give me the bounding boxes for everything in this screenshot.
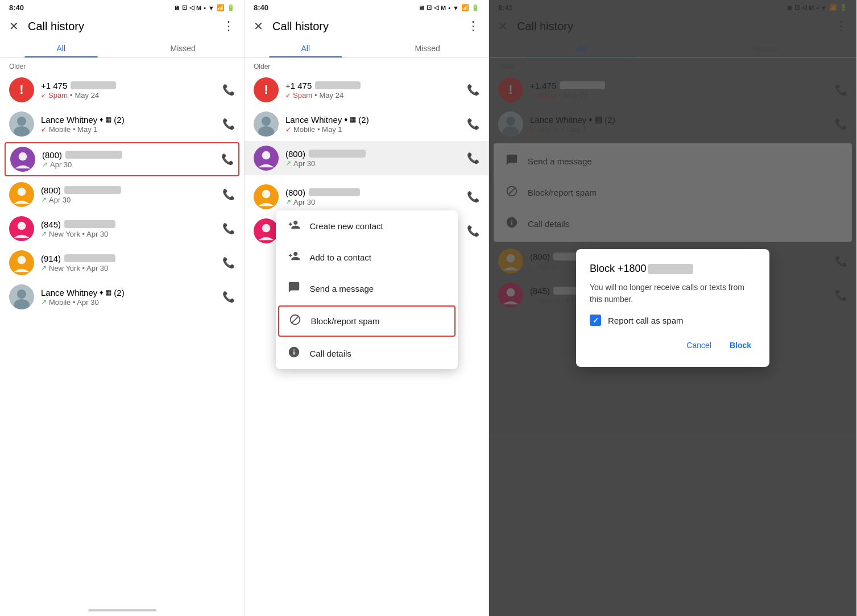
svg-point-6 xyxy=(18,256,26,264)
call-item-914[interactable]: (914) ↗ New York • Apr 30 📞 xyxy=(0,246,244,280)
date-spam1: May 24 xyxy=(75,91,100,100)
call-list-1: ! +1 475 ↙ Spam • May 24 📞 xyxy=(0,73,244,605)
call-phone-icon-spam1[interactable]: 📞 xyxy=(222,84,235,96)
panel-3: 8:41 🖥 ⊡ ◁ M • ▼ 📶 🔋 ✕ Call history ⋮ Al… xyxy=(489,0,857,616)
call-item-lance2[interactable]: Lance Whitney ♦ ▦ (2) ↗ Mobile • Apr 30 … xyxy=(0,280,244,314)
avatar-800-p2 xyxy=(254,146,279,171)
person-add-icon-1 xyxy=(287,218,301,234)
call-item-lance1[interactable]: Lance Whitney ♦ ▦ (2) ↙ Mobile • May 1 📞 xyxy=(0,107,244,141)
svg-point-14 xyxy=(262,190,271,199)
avatar-800-below xyxy=(254,184,279,209)
tab-all-1[interactable]: All xyxy=(0,38,122,57)
call-phone-icon-800-below[interactable]: 📞 xyxy=(467,191,479,203)
voicemail-icon-1: ▦ xyxy=(105,115,111,123)
call-name-845: (845) xyxy=(41,220,216,229)
call-item-845[interactable]: (845) ↗ New York • Apr 30 📞 xyxy=(0,212,244,246)
call-phone-icon-800-1[interactable]: 📞 xyxy=(221,153,234,166)
voicemail-icon-2: ▦ xyxy=(105,288,111,296)
menu-create-contact[interactable]: Create new contact xyxy=(276,210,458,242)
tab-all-2[interactable]: All xyxy=(245,38,367,57)
tabs-1: All Missed xyxy=(0,38,244,58)
more-menu-button-1[interactable]: ⋮ xyxy=(222,19,235,34)
call-phone-icon-845-below[interactable]: 📞 xyxy=(467,225,479,237)
call-phone-icon-845[interactable]: 📞 xyxy=(222,222,235,235)
diamond-icon-2: ♦ xyxy=(100,288,103,296)
call-item-800-2[interactable]: (800) ↗ Apr 30 📞 xyxy=(0,177,244,212)
avatar-800-2 xyxy=(9,182,34,207)
call-name-lance-p2: Lance Whitney ♦ ▦ (2) xyxy=(285,115,460,125)
call-item-800-below[interactable]: (800) ↗ Apr 30 📞 xyxy=(245,180,488,214)
wifi-icon-2: ▼ xyxy=(453,5,459,11)
info-icon xyxy=(287,346,301,361)
call-info-spam2: +1 475 ↙ Spam • May 24 xyxy=(285,81,460,100)
menu-call-details-label: Call details xyxy=(310,349,351,358)
menu-add-contact[interactable]: Add to a contact xyxy=(276,242,458,273)
number-blurred-800-2 xyxy=(64,186,121,194)
call-item-800-p2[interactable]: (800) ↗ Apr 30 📞 xyxy=(245,141,488,175)
number-blurred-800-1 xyxy=(65,151,122,159)
menu-send-message[interactable]: Send a message xyxy=(276,273,458,304)
more-menu-button-2[interactable]: ⋮ xyxy=(467,19,479,34)
tab-missed-2[interactable]: Missed xyxy=(367,38,489,57)
status-bar-1: 8:40 🖥 ⊡ ◁ M • ▼ 📶 🔋 xyxy=(0,0,244,14)
context-menu: Create new contact Add to a contact Send… xyxy=(276,210,458,369)
call-name-spam2: +1 475 xyxy=(285,81,460,90)
call-item-spam1[interactable]: ! +1 475 ↙ Spam • May 24 📞 xyxy=(0,73,244,107)
call-info-lance1: Lance Whitney ♦ ▦ (2) ↙ Mobile • May 1 xyxy=(41,115,216,134)
lance-name-p2: Lance Whitney xyxy=(285,115,342,125)
number-blurred-800-p2 xyxy=(309,150,366,158)
call-item-800-1[interactable]: (800) ↗ Apr 30 📞 xyxy=(5,142,239,176)
call-phone-icon-lance1[interactable]: 📞 xyxy=(222,118,235,130)
wifi-icon: ▼ xyxy=(208,5,214,11)
exclamation-icon-2: ! xyxy=(264,82,268,97)
call-info-800-1: (800) ↗ Apr 30 xyxy=(42,150,214,169)
outgoing-arrow-800-below: ↗ xyxy=(285,198,291,206)
avatar-800-1 xyxy=(10,147,35,172)
dialog-checkbox-row[interactable]: Report call as spam xyxy=(590,315,756,326)
close-button-1[interactable]: ✕ xyxy=(9,19,19,33)
outgoing-arrow-800-1: ↗ xyxy=(42,160,48,168)
call-item-lance-p2[interactable]: Lance Whitney ♦ ▦ (2) ↙ Mobile • May 1 📞 xyxy=(245,107,488,141)
block-button[interactable]: Block xyxy=(725,337,756,353)
svg-point-5 xyxy=(18,222,26,230)
call-phone-icon-lance-p2[interactable]: 📞 xyxy=(467,118,479,130)
avatar-914 xyxy=(9,250,34,275)
call-info-800-p2: (800) ↗ Apr 30 xyxy=(285,149,460,168)
block-number-blurred xyxy=(648,264,693,274)
call-info-845: (845) ↗ New York • Apr 30 xyxy=(41,220,216,238)
call-phone-icon-800-p2[interactable]: 📞 xyxy=(467,152,479,164)
svg-point-11 xyxy=(262,117,271,126)
voicemail-icon-p2: ▦ xyxy=(350,115,356,123)
block-icon xyxy=(288,313,302,329)
lance-name-1: Lance Whitney xyxy=(41,115,97,125)
dot-icon: • xyxy=(204,5,206,11)
spam-label-2: Spam xyxy=(293,91,312,100)
call-name-spam1: +1 475 xyxy=(41,81,216,90)
call-item-spam2[interactable]: ! +1 475 ↙ Spam • May 24 📞 xyxy=(245,73,488,107)
report-spam-checkbox[interactable] xyxy=(590,315,601,326)
tab-missed-1[interactable]: Missed xyxy=(122,38,245,57)
call-phone-icon-914[interactable]: 📞 xyxy=(222,257,235,269)
avatar-spam1: ! xyxy=(9,77,34,102)
notification-icon: 🖥 xyxy=(173,5,180,11)
call-detail-lance-p2: ↙ Mobile • May 1 xyxy=(285,125,460,134)
call-info-lance-p2: Lance Whitney ♦ ▦ (2) ↙ Mobile • May 1 xyxy=(285,115,460,134)
call-phone-icon-spam2[interactable]: 📞 xyxy=(467,84,479,96)
call-phone-icon-800-2[interactable]: 📞 xyxy=(222,188,235,201)
cancel-button[interactable]: Cancel xyxy=(682,337,716,353)
call-phone-icon-lance2[interactable]: 📞 xyxy=(222,291,235,303)
close-button-2[interactable]: ✕ xyxy=(254,19,263,33)
detail-lance-p2: Mobile • May 1 xyxy=(293,125,342,134)
call-detail-lance2: ↗ Mobile • Apr 30 xyxy=(41,298,216,307)
svg-point-4 xyxy=(18,188,26,196)
menu-call-details[interactable]: Call details xyxy=(276,338,458,369)
svg-point-13 xyxy=(262,151,271,160)
call-detail-lance1: ↙ Mobile • May 1 xyxy=(41,125,216,134)
menu-block-spam-label: Block/report spam xyxy=(311,316,380,326)
call-name-lance2: Lance Whitney ♦ ▦ (2) xyxy=(41,288,216,297)
count-lance2: (2) xyxy=(114,288,124,297)
menu-block-spam[interactable]: Block/report spam xyxy=(278,305,456,337)
call-detail-845: ↗ New York • Apr 30 xyxy=(41,230,216,238)
menu-send-message-label: Send a message xyxy=(310,284,374,293)
call-info-914: (914) ↗ New York • Apr 30 xyxy=(41,254,216,272)
